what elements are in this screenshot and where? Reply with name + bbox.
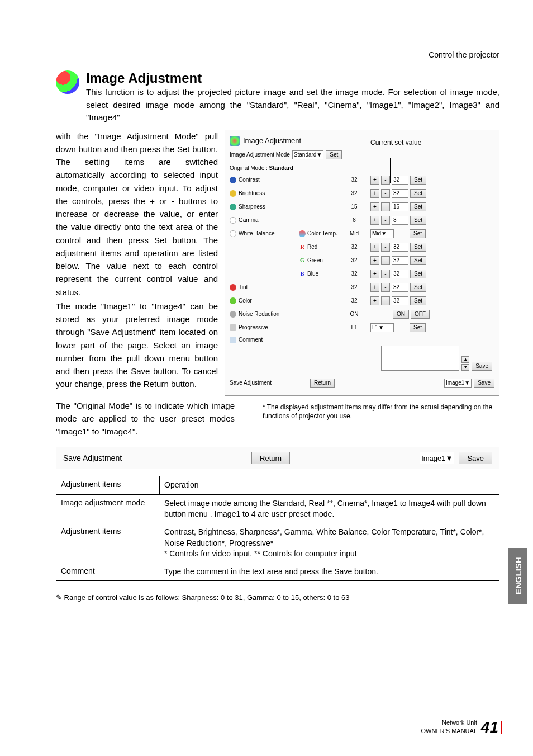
saveadj-save-button[interactable]: Save [474, 379, 494, 388]
saveadj-return-button[interactable]: Return [310, 379, 335, 388]
brightness-minus[interactable]: - [381, 189, 390, 198]
green-label: Green [307, 257, 323, 263]
progressive-current: L1 [340, 324, 368, 330]
green-set[interactable]: Set [410, 256, 426, 265]
table-r2-desc: Contrast, Brightness, Sharpness*, Gamma,… [160, 523, 499, 563]
green-input[interactable]: 32 [392, 256, 408, 265]
color-minus[interactable]: - [381, 296, 390, 305]
table-header-2: Operation [160, 476, 499, 494]
sharpness-input[interactable]: 15 [392, 202, 408, 211]
savebar-save-button[interactable]: Save [459, 452, 492, 464]
sharpness-label: Sharpness [239, 204, 265, 210]
footer-text: Network UnitOWNER'S MANUAL [421, 719, 478, 735]
noise-off-button[interactable]: OFF [411, 310, 430, 319]
red-letter-icon: R [299, 244, 306, 250]
gamma-label: Gamma [239, 217, 259, 223]
blue-set[interactable]: Set [410, 270, 426, 278]
comment-save-button[interactable]: Save [472, 362, 492, 371]
colortemp-current: Mid [340, 230, 368, 237]
whitebalance-icon [230, 230, 236, 237]
image-adjustment-icon [56, 70, 79, 94]
noise-icon [230, 311, 236, 318]
brightness-input[interactable]: 32 [392, 189, 408, 198]
table-r3-desc: Type the comment in the text area and pr… [160, 563, 499, 581]
tint-input[interactable]: 32 [392, 283, 408, 292]
blue-minus[interactable]: - [381, 270, 390, 278]
progressive-set[interactable]: Set [410, 323, 426, 332]
contrast-current: 32 [340, 177, 368, 183]
progressive-dropdown[interactable]: L1 ▼ [370, 323, 394, 332]
red-input[interactable]: 32 [392, 243, 408, 252]
color-plus[interactable]: + [370, 296, 379, 305]
save-adjustment-bar: Save Adjustment Return Image1 ▼ Save [56, 447, 499, 469]
red-label: Red [307, 244, 317, 250]
tint-plus[interactable]: + [370, 283, 379, 292]
breadcrumb: Control the projector [56, 50, 499, 59]
mode-label: Image Adjustment Mode [230, 152, 290, 158]
comment-icon [230, 337, 236, 343]
noise-on-button[interactable]: ON [393, 310, 409, 319]
progressive-label: Progressive [239, 324, 268, 330]
brightness-plus[interactable]: + [370, 189, 379, 198]
gamma-current: 8 [340, 217, 368, 223]
tint-icon [230, 284, 236, 291]
gamma-input[interactable]: 8 [392, 216, 408, 225]
green-plus[interactable]: + [370, 256, 379, 265]
green-minus[interactable]: - [381, 256, 390, 265]
panel-title: Image Adjustment [243, 136, 301, 145]
color-icon [230, 297, 236, 304]
comment-scroll-up[interactable]: ▲ [461, 356, 469, 363]
gamma-minus[interactable]: - [381, 216, 390, 225]
body-paragraph-3: The "Original Mode" is to indicate which… [56, 399, 235, 438]
blue-input[interactable]: 32 [392, 270, 408, 278]
comment-scroll-down[interactable]: ▼ [461, 364, 469, 371]
green-letter-icon: G [299, 257, 306, 263]
comment-textarea[interactable] [381, 346, 459, 371]
callout-current-set: Current set value [370, 139, 421, 147]
mode-dropdown[interactable]: Standard ▼ [292, 150, 324, 159]
table-r2-label: Adjustment items [56, 523, 160, 563]
brightness-set[interactable]: Set [410, 189, 426, 198]
sharpness-minus[interactable]: - [381, 202, 390, 211]
blue-label: Blue [307, 271, 318, 277]
blue-plus[interactable]: + [370, 270, 379, 278]
body-paragraph-1: with the "Image Adjustment Mode" pull do… [56, 130, 218, 299]
gamma-set[interactable]: Set [410, 216, 426, 225]
contrast-set[interactable]: Set [410, 176, 426, 185]
colortemp-set[interactable]: Set [410, 229, 426, 238]
whitebalance-label: White Balance [239, 230, 274, 237]
saveadj-dropdown[interactable]: Image1 ▼ [444, 379, 472, 388]
comment-label: Comment [239, 337, 263, 343]
red-plus[interactable]: + [370, 243, 379, 252]
table-r1-desc: Select image mode among the Standard, Re… [160, 495, 499, 523]
color-set[interactable]: Set [410, 296, 426, 305]
savebar-label: Save Adjustment [63, 453, 122, 462]
table-header-1: Adjustment items [56, 476, 160, 494]
contrast-plus[interactable]: + [370, 176, 379, 185]
image-adjustment-panel: Current set value Image Adjustment Image… [225, 130, 499, 396]
tint-set[interactable]: Set [410, 283, 426, 292]
tint-minus[interactable]: - [381, 283, 390, 292]
callout-line [390, 158, 391, 183]
savebar-return-button[interactable]: Return [251, 452, 290, 464]
red-set[interactable]: Set [410, 243, 426, 252]
sharpness-plus[interactable]: + [370, 202, 379, 211]
sharpness-set[interactable]: Set [410, 202, 426, 211]
red-current: 32 [340, 244, 368, 250]
original-mode-label: Original Mode : [230, 165, 268, 171]
color-input[interactable]: 32 [392, 296, 408, 305]
contrast-minus[interactable]: - [381, 176, 390, 185]
red-minus[interactable]: - [381, 243, 390, 252]
contrast-input[interactable]: 32 [392, 176, 408, 185]
language-tab: ENGLISH [508, 548, 527, 604]
contrast-label: Contrast [239, 177, 260, 183]
range-note: ✎ Range of control value is as follows: … [56, 593, 499, 602]
gamma-plus[interactable]: + [370, 216, 379, 225]
colortemp-dropdown[interactable]: Mid ▼ [370, 229, 394, 238]
mode-set-button[interactable]: Set [326, 150, 342, 159]
savebar-dropdown[interactable]: Image1 ▼ [420, 452, 454, 464]
table-r1-label: Image adjustment mode [56, 495, 160, 523]
green-current: 32 [340, 257, 368, 263]
table-r3-label: Comment [56, 563, 160, 581]
intro-text: This function is to adjust the projected… [86, 86, 499, 124]
